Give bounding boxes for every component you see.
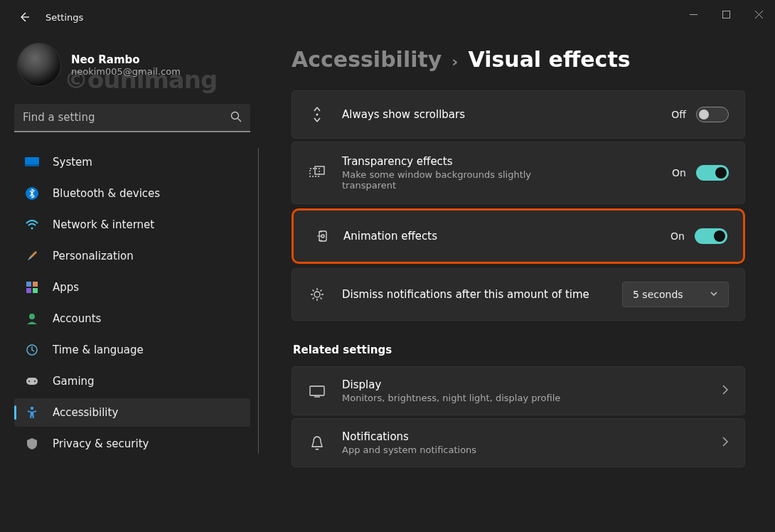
svg-point-20 (321, 235, 324, 238)
accessibility-icon (24, 405, 40, 420)
svg-point-21 (314, 292, 320, 297)
user-name: Neo Rambo (71, 53, 181, 66)
user-email: neokim005@gmail.com (71, 66, 181, 77)
chevron-right-icon (722, 436, 729, 450)
setting-title: Always show scrollbars (342, 108, 656, 121)
main-content: Accessibility › Visual effects Always sh… (270, 34, 775, 532)
brightness-icon (308, 287, 326, 302)
chevron-down-icon (710, 289, 718, 300)
wifi-icon (24, 217, 40, 233)
sidebar: Neo Rambo neokim005@gmail.com System (0, 34, 270, 532)
maximize-button[interactable] (710, 0, 742, 28)
search-box[interactable] (14, 104, 250, 132)
nav-list: System Bluetooth & devices Network & int… (14, 148, 250, 458)
bell-icon (308, 435, 326, 451)
toggle-state-label: On (672, 167, 686, 179)
breadcrumb-parent[interactable]: Accessibility (292, 47, 442, 72)
sidebar-item-label: Accounts (53, 312, 101, 325)
sidebar-scroll-indicator (258, 148, 259, 454)
related-settings-heading: Related settings (293, 344, 745, 356)
link-title: Display (342, 378, 706, 391)
back-button[interactable] (14, 7, 34, 27)
svg-rect-18 (315, 166, 324, 174)
chevron-right-icon (722, 384, 729, 398)
svg-rect-7 (33, 282, 38, 287)
setting-title: Dismiss notifications after this amount … (342, 288, 606, 301)
sidebar-item-label: Privacy & security (53, 437, 149, 450)
close-icon (755, 11, 763, 18)
svg-point-13 (28, 381, 30, 382)
page-title: Visual effects (468, 47, 630, 72)
transparency-toggle[interactable] (696, 165, 729, 181)
display-icon (308, 385, 326, 398)
link-desc: Monitors, brightness, night light, displ… (342, 393, 706, 403)
setting-title: Transparency effects (342, 155, 656, 168)
setting-desc: Make some window backgrounds slightly tr… (342, 169, 584, 191)
setting-animation-effects: Animation effects On (292, 208, 745, 264)
close-button[interactable] (742, 0, 775, 28)
sidebar-item-label: Time & language (53, 344, 144, 356)
paintbrush-icon (24, 248, 40, 264)
apps-icon (24, 280, 40, 295)
shield-icon (24, 436, 40, 452)
sidebar-item-label: Personalization (53, 250, 134, 262)
sidebar-item-label: System (53, 156, 92, 169)
sidebar-item-apps[interactable]: Apps (14, 273, 250, 302)
sidebar-item-time[interactable]: Time & language (14, 336, 250, 364)
breadcrumb: Accessibility › Visual effects (292, 47, 745, 72)
svg-point-10 (29, 314, 35, 319)
svg-point-1 (232, 112, 239, 119)
setting-dismiss-notifications: Dismiss notifications after this amount … (292, 268, 745, 321)
setting-title: Animation effects (343, 230, 655, 243)
related-display-link[interactable]: Display Monitors, brightness, night ligh… (292, 366, 745, 415)
setting-transparency-effects: Transparency effects Make some window ba… (292, 142, 745, 204)
link-title: Notifications (342, 430, 706, 443)
sidebar-item-gaming[interactable]: Gaming (14, 367, 250, 395)
link-desc: App and system notifications (342, 445, 706, 455)
sidebar-item-privacy[interactable]: Privacy & security (14, 430, 250, 458)
avatar (17, 43, 61, 87)
title-bar: Settings (0, 0, 775, 34)
sidebar-item-label: Apps (53, 281, 79, 294)
sidebar-item-bluetooth[interactable]: Bluetooth & devices (14, 179, 250, 208)
svg-rect-0 (722, 11, 729, 18)
dropdown-value: 5 seconds (633, 289, 683, 300)
scrollbars-toggle[interactable] (696, 107, 729, 122)
toggle-state-label: On (670, 230, 685, 242)
animation-toggle[interactable] (695, 228, 727, 244)
svg-point-15 (31, 407, 33, 410)
sidebar-item-system[interactable]: System (14, 148, 250, 176)
animation-icon (309, 229, 328, 243)
sidebar-item-personalization[interactable]: Personalization (14, 242, 250, 270)
sidebar-item-network[interactable]: Network & internet (14, 211, 250, 239)
svg-rect-12 (26, 378, 38, 385)
sidebar-item-accessibility[interactable]: Accessibility (14, 398, 250, 427)
sidebar-item-label: Accessibility (53, 406, 118, 419)
svg-point-14 (34, 381, 36, 382)
svg-point-5 (31, 228, 33, 230)
svg-rect-6 (26, 282, 31, 287)
toggle-state-label: Off (671, 109, 686, 120)
bluetooth-icon (24, 186, 40, 201)
sidebar-item-label: Bluetooth & devices (53, 187, 160, 200)
maximize-icon (722, 11, 730, 18)
svg-rect-3 (25, 164, 39, 166)
clock-globe-icon (24, 342, 40, 358)
person-icon (24, 311, 40, 326)
user-profile[interactable]: Neo Rambo neokim005@gmail.com (14, 43, 264, 87)
transparency-icon (308, 166, 326, 180)
minimize-button[interactable] (677, 0, 710, 28)
chevron-right-icon: › (451, 53, 458, 70)
arrow-left-icon (18, 11, 30, 23)
sidebar-item-accounts[interactable]: Accounts (14, 304, 250, 333)
related-notifications-link[interactable]: Notifications App and system notificatio… (292, 418, 745, 467)
scrollbar-icon (308, 106, 326, 123)
dismiss-duration-dropdown[interactable]: 5 seconds (622, 282, 729, 307)
gamepad-icon (24, 373, 40, 389)
system-icon (24, 154, 40, 170)
search-input[interactable] (14, 104, 250, 132)
sidebar-item-label: Gaming (53, 375, 95, 388)
svg-rect-8 (26, 288, 31, 293)
setting-always-show-scrollbars: Always show scrollbars Off (292, 90, 745, 139)
svg-rect-22 (310, 386, 324, 395)
